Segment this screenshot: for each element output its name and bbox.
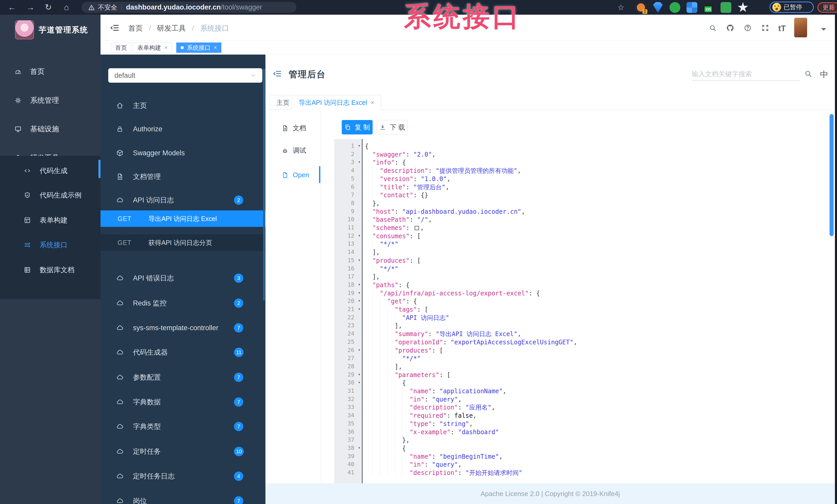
api-group[interactable]: 参数配置 7: [101, 369, 265, 385]
sidebar-item-infra[interactable]: 基础设施: [0, 121, 101, 137]
fold-icon[interactable]: ▾: [358, 143, 360, 148]
blue-grid-extension-icon[interactable]: [687, 2, 697, 13]
bookmark-star-icon[interactable]: ☆: [618, 3, 624, 12]
browser-forward-icon[interactable]: →: [26, 2, 35, 12]
fold-icon[interactable]: ▾: [358, 298, 360, 303]
api-menu-docs[interactable]: 文档管理: [101, 169, 265, 185]
browser-back-icon[interactable]: ←: [8, 2, 16, 12]
doc-tab[interactable]: 导出API 访问日志 Excel×: [292, 95, 381, 110]
doc-menu-open[interactable]: Open: [281, 171, 309, 179]
browser-home-icon[interactable]: ⌂: [64, 2, 69, 12]
fold-icon[interactable]: ▾: [358, 348, 360, 352]
line-number: 12▾: [334, 232, 361, 240]
count-badge: 7: [234, 397, 243, 407]
blue-drop-extension-icon[interactable]: [653, 2, 663, 13]
paused-extension-pill[interactable]: 已暂停: [769, 2, 814, 13]
breadcrumb-item-current: 系统接口: [200, 24, 229, 32]
sidebar-subitem-code[interactable]: 代码生成: [0, 163, 101, 179]
api-group[interactable]: sys-sms-template-controller 7: [101, 320, 265, 336]
shield-icon: [24, 192, 31, 199]
line-number: 3▾: [334, 158, 361, 167]
close-icon[interactable]: ×: [164, 44, 167, 51]
api-group[interactable]: Redis 监控 2: [101, 295, 265, 311]
api-group[interactable]: 代码生成器 11: [101, 344, 265, 360]
api-sidebar-scrollbar[interactable]: [263, 69, 265, 301]
fold-icon[interactable]: ▾: [358, 160, 360, 164]
sidebar-item-system[interactable]: 系统管理: [0, 92, 101, 108]
api-group[interactable]: 岗位 7: [101, 493, 265, 504]
sidebar-item-home[interactable]: 首页: [0, 63, 101, 79]
code-editor[interactable]: 1▾23▾456789101112▾131415▾161718▾19▾20▾21…: [322, 139, 835, 483]
github-icon[interactable]: [726, 24, 734, 32]
line-number: 31: [334, 387, 361, 395]
hamburger-icon[interactable]: [110, 23, 120, 33]
fullscreen-icon[interactable]: [761, 24, 769, 32]
close-icon[interactable]: ×: [214, 44, 217, 51]
sidebar-subitem-api[interactable]: 系统接口: [0, 237, 101, 253]
fold-icon[interactable]: ▾: [358, 282, 360, 287]
logo-row[interactable]: 芋道管理系统: [0, 18, 101, 41]
orange-circle-badge-1-extension-icon[interactable]: 1: [636, 2, 646, 13]
fold-icon[interactable]: ▾: [358, 306, 360, 311]
doc-icon: [281, 125, 289, 132]
api-group[interactable]: 字典数据 7: [101, 394, 265, 410]
api-operation[interactable]: GET 导出API 访问日志 Excel: [101, 210, 265, 227]
doc-menu-文档[interactable]: 文档: [281, 124, 306, 133]
main-scrollbar[interactable]: [830, 114, 834, 236]
api-group[interactable]: API 错误日志 3: [101, 270, 265, 286]
breadcrumb-item[interactable]: 首页: [128, 24, 143, 32]
tag-chip[interactable]: 表单构建×: [133, 42, 172, 53]
sidebar-subitem-shield[interactable]: 代码生成示例: [0, 187, 101, 203]
search-icon[interactable]: [709, 24, 717, 32]
window-scrollbar[interactable]: [835, 15, 837, 504]
api-menu-cube[interactable]: Swagger Models: [101, 145, 265, 161]
language-switch[interactable]: 中: [820, 69, 828, 80]
green-check-circle-extension-icon[interactable]: [670, 2, 680, 13]
fold-icon[interactable]: ▾: [358, 233, 360, 238]
cloud-icon: [116, 349, 124, 356]
group-select[interactable]: default: [108, 68, 262, 83]
breadcrumb-item[interactable]: 研发工具: [157, 24, 186, 32]
code-line: {: [365, 379, 406, 387]
white-star-extension-icon[interactable]: [737, 2, 748, 13]
fold-icon[interactable]: ▾: [358, 380, 360, 385]
copy-button[interactable]: 复 制: [342, 120, 373, 134]
caret-down-icon[interactable]: [821, 28, 826, 33]
fold-icon[interactable]: ▾: [358, 445, 360, 450]
sidebar-scrollbar[interactable]: [99, 160, 101, 178]
line-number: 38▾: [334, 444, 361, 452]
tag-chip[interactable]: 系统接口×: [176, 42, 221, 53]
green-square-extension-icon[interactable]: [720, 2, 731, 13]
count-badge: 10: [234, 447, 244, 456]
api-group[interactable]: 字典类型 7: [101, 418, 265, 434]
api-group[interactable]: 定时任务日志 4: [101, 468, 265, 484]
code-line: "host": "api-dashboard.yudao.iocoder.cn"…: [365, 208, 525, 216]
fold-icon[interactable]: ▾: [358, 290, 360, 295]
cn-badge-extension-icon[interactable]: cn: [704, 2, 714, 13]
api-operation[interactable]: GET 获得API 访问日志分页: [101, 235, 265, 251]
api-group[interactable]: 定时任务 10: [101, 444, 265, 460]
browser-reload-icon[interactable]: ↻: [45, 2, 52, 12]
collapse-menu-icon[interactable]: [273, 69, 282, 78]
code-line: "schemes": ,: [365, 224, 424, 232]
search-icon[interactable]: [804, 70, 812, 78]
help-icon[interactable]: [744, 24, 752, 32]
font-size-icon[interactable]: tT: [778, 24, 786, 33]
address-bar[interactable]: 不安全 dashboard.yudao.iocoder.cn/tool/swag…: [82, 2, 296, 13]
sidebar-subitem-label: 表单构建: [40, 216, 68, 225]
api-menu-home[interactable]: 主页: [101, 98, 265, 114]
close-icon[interactable]: ×: [371, 99, 374, 106]
api-menu-lock[interactable]: Authorize: [101, 121, 265, 137]
download-button[interactable]: 下 载: [377, 120, 408, 134]
browser-menu-icon[interactable]: ⋮: [829, 2, 836, 13]
fold-icon[interactable]: ▾: [358, 372, 360, 377]
api-menu-cloud[interactable]: API 访问日志2: [101, 192, 265, 208]
avatar[interactable]: [794, 18, 807, 37]
sidebar-subitem-form[interactable]: 表单构建: [0, 212, 101, 228]
fold-icon[interactable]: ▾: [358, 258, 360, 262]
doc-search-input[interactable]: 输入文档关键字搜索: [692, 70, 800, 81]
doc-menu-调试[interactable]: 调试: [281, 146, 306, 155]
sidebar-subitem-db[interactable]: 数据库文档: [0, 262, 101, 278]
line-number: 16: [334, 265, 361, 273]
tag-chip[interactable]: 首页: [111, 42, 131, 53]
